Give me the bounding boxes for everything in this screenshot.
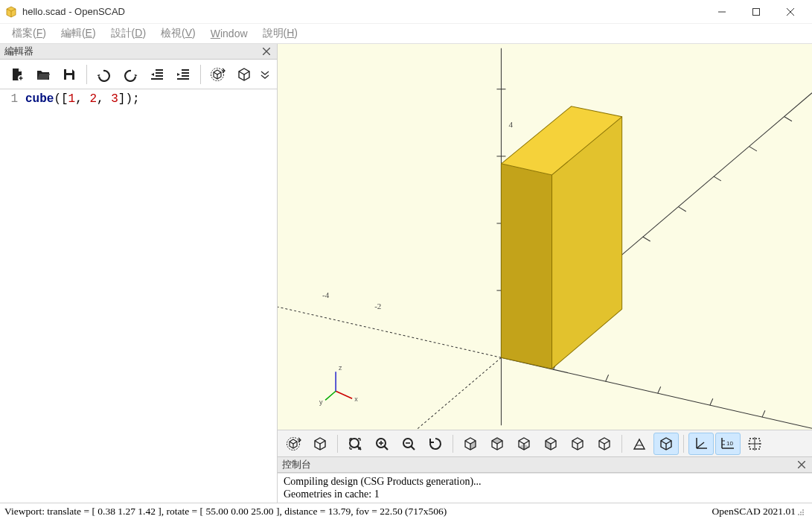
- menu-window[interactable]: Window: [205, 26, 254, 41]
- toolbar-overflow-button[interactable]: [258, 67, 272, 82]
- right-pane: -2 -4 4 ru: [278, 44, 812, 503]
- reset-view-button[interactable]: [423, 433, 448, 455]
- line-number: 1: [0, 92, 18, 106]
- svg-rect-3: [753, 8, 760, 15]
- maximize-button[interactable]: [739, 0, 773, 24]
- code-token: 3: [111, 92, 118, 106]
- svg-line-33: [278, 307, 501, 357]
- code-token: cube: [25, 92, 54, 106]
- svg-line-29: [606, 375, 609, 381]
- view-top-button[interactable]: [485, 433, 510, 455]
- editor-pane: 編輯器: [0, 44, 278, 503]
- svg-point-64: [350, 439, 359, 448]
- code-token: ,: [75, 92, 89, 106]
- svg-text:4: 4: [508, 120, 513, 129]
- redo-button[interactable]: [118, 62, 142, 87]
- editor-close-button[interactable]: [260, 45, 272, 57]
- open-file-button[interactable]: [31, 62, 55, 87]
- minimize-button[interactable]: [705, 0, 739, 24]
- new-file-button[interactable]: [4, 62, 29, 87]
- svg-text:10: 10: [726, 440, 733, 447]
- console-close-button[interactable]: [796, 459, 808, 471]
- save-file-button[interactable]: [57, 62, 82, 87]
- menu-help[interactable]: 說明(H): [257, 25, 304, 42]
- code-token: ([: [54, 92, 68, 106]
- indent-button[interactable]: [170, 62, 195, 87]
- editor-header: 編輯器: [0, 44, 277, 60]
- titlebar: hello.scad - OpenSCAD: [0, 0, 812, 24]
- close-button[interactable]: [773, 0, 808, 24]
- view-back-button[interactable]: [592, 433, 617, 455]
- console-title: 控制台: [282, 458, 796, 471]
- svg-point-108: [802, 512, 804, 513]
- menu-view[interactable]: 檢視(V): [155, 25, 202, 42]
- render-button[interactable]: [307, 433, 333, 455]
- show-axes-button[interactable]: [688, 433, 714, 455]
- code-editor[interactable]: 1 cube([1, 2, 3]);: [0, 89, 277, 503]
- console-line: Geometries in cache: 1: [284, 488, 806, 500]
- view-left-button[interactable]: [538, 433, 563, 455]
- app-icon: [4, 5, 18, 19]
- svg-line-35: [643, 237, 650, 241]
- window-title: hello.scad - OpenSCAD: [22, 6, 125, 17]
- svg-marker-77: [492, 438, 502, 444]
- status-version: OpenSCAD 2021.01: [712, 506, 796, 518]
- undo-button[interactable]: [92, 62, 116, 87]
- render-button[interactable]: [231, 62, 256, 87]
- svg-line-32: [762, 410, 765, 417]
- editor-toolbar: [0, 60, 277, 89]
- view-front-button[interactable]: [565, 433, 590, 455]
- svg-line-94: [697, 442, 704, 448]
- svg-point-107: [798, 514, 799, 515]
- svg-line-67: [385, 446, 389, 450]
- toolbar-separator: [337, 435, 338, 453]
- view-right-button[interactable]: [458, 433, 483, 455]
- preview-button[interactable]: [281, 433, 306, 455]
- toolbar-separator: [453, 435, 453, 453]
- orthogonal-button[interactable]: [653, 433, 679, 455]
- view-all-button[interactable]: [342, 433, 368, 455]
- svg-line-71: [412, 446, 415, 450]
- code-token: 2: [89, 92, 97, 106]
- menu-file[interactable]: 檔案(F): [6, 25, 52, 42]
- svg-point-105: [802, 514, 804, 515]
- line-number-gutter: 1: [0, 89, 22, 503]
- svg-line-31: [710, 398, 713, 405]
- status-bar: Viewport: translate = [ 0.38 1.27 1.42 ]…: [0, 503, 812, 519]
- show-crosshair-button[interactable]: [742, 433, 767, 455]
- viewport-toolbar: 10: [278, 430, 812, 456]
- console-line: Compiling design (CSG Products generatio…: [284, 475, 806, 488]
- svg-line-55: [325, 391, 336, 400]
- svg-line-53: [336, 391, 352, 398]
- show-scale-button[interactable]: 10: [715, 433, 741, 455]
- 3d-viewport[interactable]: -2 -4 4 ru: [278, 44, 812, 430]
- svg-rect-12: [66, 75, 72, 80]
- console-pane: 控制台 Compiling design (CSG Products gener…: [278, 456, 812, 503]
- preview-button[interactable]: [205, 62, 230, 87]
- toolbar-separator: [86, 65, 87, 84]
- svg-text:z: z: [339, 364, 342, 372]
- unindent-button[interactable]: [144, 62, 169, 87]
- code-token: ]);: [118, 92, 140, 106]
- svg-marker-49: [501, 164, 552, 369]
- view-bottom-button[interactable]: [511, 433, 537, 455]
- status-viewport-info: Viewport: translate = [ 0.38 1.27 1.42 ]…: [4, 506, 712, 518]
- console-header: 控制台: [278, 457, 812, 473]
- zoom-in-button[interactable]: [369, 433, 394, 455]
- svg-point-109: [800, 512, 802, 513]
- svg-rect-11: [66, 69, 72, 73]
- code-area[interactable]: cube([1, 2, 3]);: [22, 89, 277, 503]
- menu-design[interactable]: 設計(D): [105, 25, 152, 42]
- resize-grip-icon[interactable]: [796, 507, 808, 516]
- toolbar-separator: [621, 435, 622, 453]
- zoom-out-button[interactable]: [396, 433, 421, 455]
- menu-edit[interactable]: 編輯(E): [55, 25, 102, 42]
- code-token: ,: [97, 92, 111, 106]
- menubar: 檔案(F) 編輯(E) 設計(D) 檢視(V) Window 說明(H): [0, 24, 812, 43]
- svg-line-38: [749, 147, 757, 151]
- svg-line-30: [658, 386, 661, 393]
- perspective-button[interactable]: [627, 433, 652, 455]
- console-output[interactable]: Compiling design (CSG Products generatio…: [278, 473, 812, 503]
- svg-line-37: [714, 176, 721, 181]
- svg-text:x: x: [354, 395, 358, 403]
